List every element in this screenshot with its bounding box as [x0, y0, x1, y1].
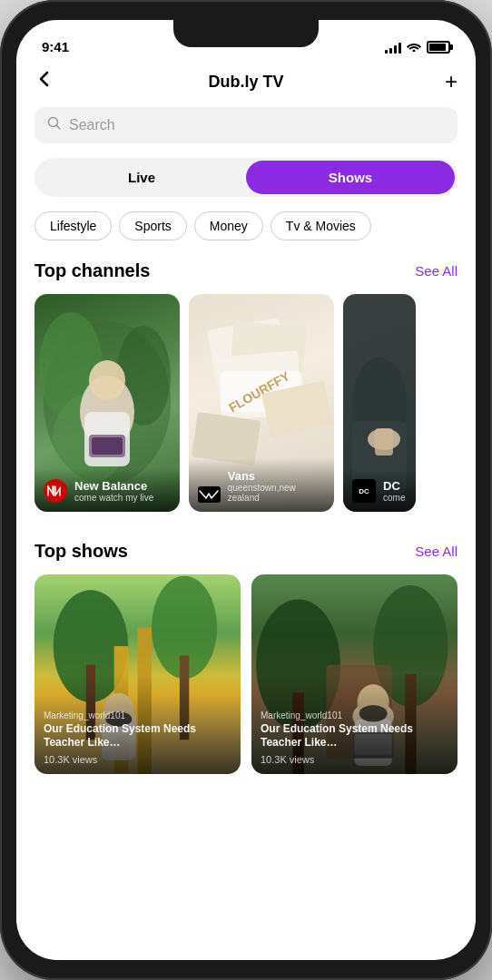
channel-info: New Balance come watch my live — [74, 479, 153, 503]
show-card[interactable]: Marketing_world101 Our Education System … — [251, 574, 458, 774]
shows-grid: Marketing_world101 Our Education System … — [34, 574, 458, 774]
live-tab[interactable]: Live — [37, 161, 246, 194]
screen-content: Dub.ly TV + Search Live Shows — [16, 60, 476, 960]
channel-card[interactable]: FLOURFFY Vans — [189, 294, 334, 512]
phone-screen: 9:41 — [16, 20, 476, 960]
svg-rect-20 — [375, 428, 393, 456]
shows-tab[interactable]: Shows — [246, 161, 455, 194]
top-shows-title: Top shows — [34, 541, 128, 562]
show-views: 10.3K views — [261, 754, 448, 765]
top-channels-header: Top channels See All — [34, 260, 458, 281]
show-channel: Marketing_world101 — [44, 710, 231, 720]
page-title: Dub.ly TV — [208, 73, 283, 92]
show-title: Our Education System Needs Teacher Like… — [44, 722, 231, 750]
show-channel: Marketing_world101 — [261, 710, 448, 720]
svg-rect-9 — [92, 437, 123, 455]
search-input[interactable]: Search — [69, 117, 115, 133]
channel-logo: DC — [352, 479, 376, 503]
channel-brand: Vans — [228, 469, 325, 483]
channel-logo — [44, 479, 67, 503]
top-channels-title: Top channels — [34, 260, 150, 281]
channel-brand: New Balance — [74, 479, 153, 493]
channel-subtext: come — [383, 493, 405, 503]
show-title: Our Education System Needs Teacher Like… — [261, 722, 448, 750]
channel-subtext: queenstown,new zealand — [228, 483, 325, 503]
channel-info: Vans queenstown,new zealand — [228, 469, 325, 503]
search-icon — [47, 116, 62, 134]
add-button[interactable]: + — [428, 69, 458, 94]
status-time: 9:41 — [42, 39, 69, 54]
category-lifestyle[interactable]: Lifestyle — [34, 211, 112, 240]
channel-card[interactable]: DC DC come — [343, 294, 416, 512]
channel-info: DC come — [383, 479, 405, 503]
category-tv-movies[interactable]: Tv & Movies — [271, 211, 371, 240]
live-shows-toggle: Live Shows — [34, 158, 458, 197]
channels-list: New Balance come watch my live — [34, 294, 458, 515]
category-money[interactable]: Money — [194, 211, 263, 240]
channels-see-all[interactable]: See All — [415, 263, 458, 279]
header: Dub.ly TV + — [34, 60, 458, 107]
show-overlay: Marketing_world101 Our Education System … — [34, 674, 241, 774]
show-card[interactable]: Marketing_world101 Our Education System … — [34, 574, 241, 774]
show-overlay: Marketing_world101 Our Education System … — [251, 674, 458, 774]
wifi-icon — [407, 40, 421, 54]
categories-row: Lifestyle Sports Money Tv & Movies — [34, 211, 458, 240]
status-icons — [385, 40, 450, 54]
show-views: 10.3K views — [44, 754, 231, 765]
top-shows-header: Top shows See All — [34, 541, 458, 562]
category-sports[interactable]: Sports — [119, 211, 186, 240]
channel-brand: DC — [383, 479, 405, 493]
channel-card[interactable]: New Balance come watch my live — [34, 294, 180, 512]
svg-point-6 — [89, 360, 125, 400]
phone-frame: 9:41 — [0, 0, 492, 980]
channel-overlay: Vans queenstown,new zealand — [189, 458, 334, 512]
search-bar[interactable]: Search — [34, 107, 458, 143]
back-button[interactable] — [34, 69, 64, 94]
channel-logo — [198, 486, 221, 503]
channel-subtext: come watch my live — [74, 493, 153, 503]
channel-overlay: New Balance come watch my live — [34, 468, 180, 512]
channel-overlay: DC DC come — [343, 468, 416, 512]
notch — [173, 20, 319, 47]
shows-see-all[interactable]: See All — [415, 544, 458, 559]
battery-icon — [427, 41, 450, 54]
signal-icon — [385, 41, 401, 54]
